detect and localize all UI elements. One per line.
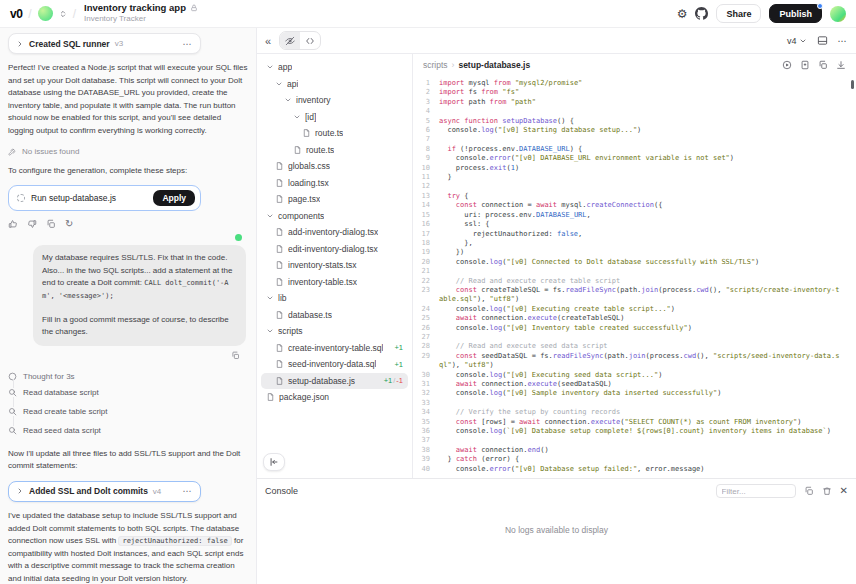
publish-button[interactable]: Publish (769, 4, 822, 23)
tree-file-edit-inventory-dialog.tsx[interactable]: edit-inventory-dialog.tsx (261, 241, 408, 258)
code-line: 28 // Read and execute seed data script (413, 342, 856, 351)
file-icon (275, 194, 284, 204)
collapse-tree-button[interactable] (263, 453, 285, 471)
agent-step[interactable]: Read database script (8, 383, 248, 402)
tree-file-create-inventory-table.sql[interactable]: create-inventory-table.sql+1 (261, 340, 408, 357)
user-avatar-dot (235, 234, 242, 241)
run-icon[interactable] (782, 60, 792, 70)
tree-file-inventory-table.tsx[interactable]: inventory-table.tsx (261, 274, 408, 291)
tree-folder-lib[interactable]: lib (261, 290, 408, 307)
code-view-toggle[interactable] (300, 32, 320, 49)
code-line: 5async function setupDatabase() { (413, 117, 856, 126)
retry-icon[interactable]: ↻ (65, 219, 73, 229)
line-number: 33 (413, 399, 439, 408)
chevron-right-icon[interactable] (16, 487, 24, 495)
panel-layout-icon[interactable] (817, 35, 828, 46)
thumbs-down-icon[interactable] (27, 219, 37, 229)
console-title[interactable]: Console (265, 486, 298, 496)
chevron-right-icon[interactable] (16, 40, 24, 48)
file-icon[interactable] (800, 60, 810, 70)
line-number: 7 (413, 135, 439, 144)
tree-file-globals.css[interactable]: globals.css (261, 158, 408, 175)
code-area[interactable]: 1import mysql from "mysql2/promise"2impo… (413, 76, 856, 478)
tree-folder-inventory[interactable]: inventory (261, 92, 408, 109)
tree-file-setup-database.js[interactable]: setup-database.js+1/-1 (261, 373, 408, 390)
step-label: Read database script (23, 388, 99, 397)
console-filter-input[interactable] (716, 484, 796, 498)
copy-icon[interactable] (804, 486, 814, 496)
tree-file-route.ts[interactable]: route.ts (261, 125, 408, 142)
agent-step[interactable]: Read create table script (8, 402, 248, 421)
version-selector[interactable]: v4 (787, 36, 807, 46)
more-options-icon[interactable]: ⋯ (838, 36, 849, 46)
collapse-chat-icon[interactable]: « (265, 35, 271, 47)
code-text: console.log("[v0] Connected to Dolt data… (439, 258, 856, 267)
project-switcher-icon[interactable] (59, 9, 67, 19)
thought-row[interactable]: Thought for 3s (8, 372, 248, 381)
copy-icon[interactable] (46, 219, 56, 229)
tree-item-label: inventory-table.tsx (288, 277, 357, 287)
code-line: 12 (413, 182, 856, 191)
file-icon (275, 376, 284, 386)
tree-file-database.ts[interactable]: database.ts (261, 307, 408, 324)
agent-step[interactable]: Read seed data script (8, 421, 248, 440)
code-text (439, 436, 856, 445)
tree-item-label: components (278, 211, 324, 221)
tree-item-label: setup-database.js (288, 376, 355, 386)
tree-folder-scripts[interactable]: scripts (261, 323, 408, 340)
more-options-icon[interactable]: ⋯ (183, 39, 194, 49)
tree-folder-components[interactable]: components (261, 208, 408, 225)
apply-button[interactable]: Apply (153, 190, 195, 206)
diff-badge: +1 (394, 360, 403, 369)
code-text: console.log("[v0] Executing seed data sc… (439, 371, 856, 380)
line-number: 30 (413, 371, 439, 380)
scrollbar-thumb[interactable] (851, 80, 854, 89)
tree-folder-api[interactable]: api (261, 76, 408, 93)
tree-folder-app[interactable]: app (261, 59, 408, 76)
tree-folder-[id][interactable]: [id] (261, 109, 408, 126)
v0-logo[interactable]: v0 (10, 7, 22, 21)
project-avatar[interactable] (38, 6, 53, 21)
download-icon[interactable] (836, 60, 846, 70)
chat-panel: Created SQL runner v3 ⋯ Perfect! I've cr… (0, 28, 256, 584)
trash-icon[interactable] (822, 486, 832, 496)
code-text: console.error("[v0] Database setup faile… (439, 465, 856, 474)
line-number: 8 (413, 145, 439, 154)
preview-off-toggle[interactable] (280, 32, 300, 49)
tree-file-route.ts[interactable]: route.ts (261, 142, 408, 159)
tree-item-label: create-inventory-table.sql (288, 343, 383, 353)
code-line: 1import mysql from "mysql2/promise" (413, 79, 856, 88)
version-card-added-ssl[interactable]: Added SSL and Dolt commits v4 ⋯ (8, 481, 201, 502)
tree-file-inventory-stats.tsx[interactable]: inventory-stats.tsx (261, 257, 408, 274)
console-actions: ✕ (804, 486, 848, 496)
tree-file-loading.tsx[interactable]: loading.tsx (261, 175, 408, 192)
tree-file-page.tsx[interactable]: page.tsx (261, 191, 408, 208)
tree-item-label: [id] (305, 112, 316, 122)
close-icon[interactable]: ✕ (840, 486, 848, 496)
code-line: 25 await connection.execute(createTableS… (413, 314, 856, 323)
tree-item-label: scripts (278, 326, 303, 336)
code-text: } (439, 173, 856, 182)
gear-icon[interactable]: ⚙ (677, 8, 688, 20)
copy-icon[interactable] (231, 351, 240, 360)
tree-item-label: loading.tsx (288, 178, 329, 188)
line-number: 13 (413, 192, 439, 201)
code-text: const [rows] = await connection.execute(… (439, 418, 856, 427)
copy-icon[interactable] (818, 60, 828, 70)
github-icon[interactable] (695, 7, 708, 20)
thumbs-up-icon[interactable] (8, 219, 18, 229)
share-button[interactable]: Share (716, 4, 761, 23)
code-line: 22 // Read and execute create table scri… (413, 277, 856, 286)
breadcrumb-file[interactable]: setup-database.js (458, 60, 530, 70)
more-options-icon[interactable]: ⋯ (183, 486, 194, 496)
breadcrumb-dir[interactable]: scripts (423, 60, 448, 70)
tree-item-label: globals.css (288, 161, 330, 171)
tree-file-add-inventory-dialog.tsx[interactable]: add-inventory-dialog.tsx (261, 224, 408, 241)
line-number: 19 (413, 248, 439, 257)
tree-item-label: route.ts (315, 128, 343, 138)
version-card-created-sql-runner[interactable]: Created SQL runner v3 ⋯ (8, 33, 201, 54)
line-number: 12 (413, 182, 439, 191)
user-avatar-header[interactable] (830, 6, 846, 22)
tree-file-seed-inventory-data.sql[interactable]: seed-inventory-data.sql+1 (261, 356, 408, 373)
tree-file-package.json[interactable]: package.json (261, 389, 408, 406)
